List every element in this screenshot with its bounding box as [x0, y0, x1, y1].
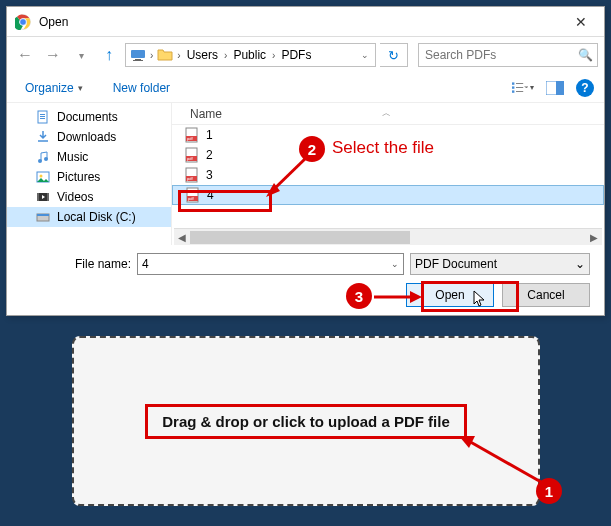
pc-icon: [130, 47, 146, 63]
forward-button[interactable]: →: [41, 43, 65, 67]
up-button[interactable]: ↑: [97, 43, 121, 67]
folder-icon: [157, 47, 173, 63]
sidebar-item-label: Pictures: [57, 170, 100, 184]
cursor-icon: [473, 290, 487, 308]
svg-rect-6: [512, 82, 514, 84]
svg-rect-3: [131, 50, 145, 58]
svg-rect-15: [40, 114, 45, 115]
pdf-icon: pdf: [184, 167, 200, 183]
filename-label: File name:: [21, 257, 131, 271]
column-header-name[interactable]: Name︿: [172, 103, 604, 125]
svg-rect-26: [37, 214, 49, 216]
file-list: pdf1 pdf2 pdf3 pdf4: [172, 125, 604, 205]
toolbar: Organize▾ New folder ▾ ?: [7, 73, 604, 103]
annotation-marker-2: 2: [299, 136, 325, 162]
scroll-thumb[interactable]: [190, 231, 410, 244]
annotation-marker-3: 3: [346, 283, 372, 309]
chevron-right-icon: ›: [148, 50, 155, 61]
videos-icon: [35, 189, 51, 205]
file-name: 4: [207, 188, 214, 202]
dialog-footer: File name: 4⌄ PDF Document⌄ Open Cancel: [7, 245, 604, 317]
sidebar: Documents Downloads Music Pictures Video…: [7, 103, 172, 245]
svg-rect-11: [516, 91, 523, 92]
file-name: 1: [206, 128, 213, 142]
chevron-down-icon: ⌄: [575, 257, 585, 271]
disk-icon: [35, 209, 51, 225]
chevron-right-icon: ›: [222, 50, 229, 61]
sidebar-item-local-disk[interactable]: Local Disk (C:): [7, 207, 171, 227]
svg-rect-13: [556, 81, 564, 95]
svg-rect-4: [135, 59, 141, 60]
recent-dropdown[interactable]: ▾: [69, 43, 93, 67]
downloads-icon: [35, 129, 51, 145]
svg-rect-9: [516, 83, 523, 84]
file-row[interactable]: pdf4: [172, 185, 604, 205]
filetype-select[interactable]: PDF Document⌄: [410, 253, 590, 275]
svg-point-19: [44, 157, 48, 161]
svg-line-41: [467, 440, 541, 482]
filename-history-dropdown[interactable]: ⌄: [391, 259, 399, 269]
preview-pane-button[interactable]: [544, 79, 566, 97]
breadcrumb-item[interactable]: Public: [231, 48, 268, 62]
search-box[interactable]: 🔍: [418, 43, 598, 67]
svg-point-21: [40, 175, 43, 178]
sidebar-item-videos[interactable]: Videos: [7, 187, 171, 207]
sidebar-item-downloads[interactable]: Downloads: [7, 127, 171, 147]
dialog-title: Open: [39, 15, 558, 29]
breadcrumb-item[interactable]: Users: [185, 48, 220, 62]
back-button[interactable]: ←: [13, 43, 37, 67]
search-icon: 🔍: [578, 48, 593, 62]
chrome-icon: [15, 14, 31, 30]
svg-text:pdf: pdf: [187, 156, 193, 161]
svg-rect-17: [40, 118, 45, 119]
breadcrumb[interactable]: › › Users › Public › PDFs ⌄: [125, 43, 376, 67]
sidebar-item-pictures[interactable]: Pictures: [7, 167, 171, 187]
svg-text:pdf: pdf: [188, 196, 194, 201]
file-pane: Name︿ pdf1 pdf2 pdf3 pdf4 ◀▶: [172, 103, 604, 245]
svg-rect-23: [37, 193, 39, 201]
sort-indicator-icon: ︿: [382, 107, 391, 120]
file-name: 3: [206, 168, 213, 182]
dropzone-text: Drag & drop or click to upload a PDF fil…: [145, 404, 467, 439]
scroll-left-icon[interactable]: ◀: [174, 229, 190, 246]
organize-menu[interactable]: Organize▾: [25, 81, 83, 95]
sidebar-item-label: Local Disk (C:): [57, 210, 136, 224]
pictures-icon: [35, 169, 51, 185]
svg-point-18: [38, 159, 42, 163]
titlebar: Open ✕: [7, 7, 604, 37]
svg-rect-8: [512, 90, 514, 92]
filename-input[interactable]: 4⌄: [137, 253, 404, 275]
annotation-text-2: Select the file: [332, 138, 434, 158]
svg-line-39: [272, 156, 308, 191]
breadcrumb-item[interactable]: PDFs: [279, 48, 313, 62]
view-options-button[interactable]: ▾: [512, 79, 534, 97]
refresh-button[interactable]: ↻: [380, 43, 408, 67]
svg-rect-24: [47, 193, 49, 201]
chevron-right-icon: ›: [175, 50, 182, 61]
pdf-icon: pdf: [184, 147, 200, 163]
svg-text:pdf: pdf: [187, 176, 193, 181]
annotation-marker-1: 1: [536, 478, 562, 504]
sidebar-item-documents[interactable]: Documents: [7, 107, 171, 127]
svg-rect-5: [133, 60, 143, 61]
sidebar-item-music[interactable]: Music: [7, 147, 171, 167]
annotation-arrow-3: [372, 290, 424, 304]
breadcrumb-history-dropdown[interactable]: ⌄: [359, 50, 371, 60]
documents-icon: [35, 109, 51, 125]
nav-row: ← → ▾ ↑ › › Users › Public › PDFs ⌄ ↻ 🔍: [7, 37, 604, 73]
svg-rect-16: [40, 116, 45, 117]
close-button[interactable]: ✕: [558, 7, 604, 37]
svg-text:pdf: pdf: [187, 136, 193, 141]
help-button[interactable]: ?: [576, 79, 594, 97]
cancel-button[interactable]: Cancel: [502, 283, 590, 307]
search-input[interactable]: [419, 48, 578, 62]
music-icon: [35, 149, 51, 165]
pdf-icon: pdf: [184, 127, 200, 143]
new-folder-button[interactable]: New folder: [113, 81, 170, 95]
horizontal-scrollbar[interactable]: ◀▶: [174, 228, 602, 245]
scroll-right-icon[interactable]: ▶: [586, 229, 602, 246]
file-row[interactable]: pdf3: [172, 165, 604, 185]
svg-rect-10: [516, 87, 523, 88]
pdf-icon: pdf: [185, 187, 201, 203]
sidebar-item-label: Documents: [57, 110, 118, 124]
